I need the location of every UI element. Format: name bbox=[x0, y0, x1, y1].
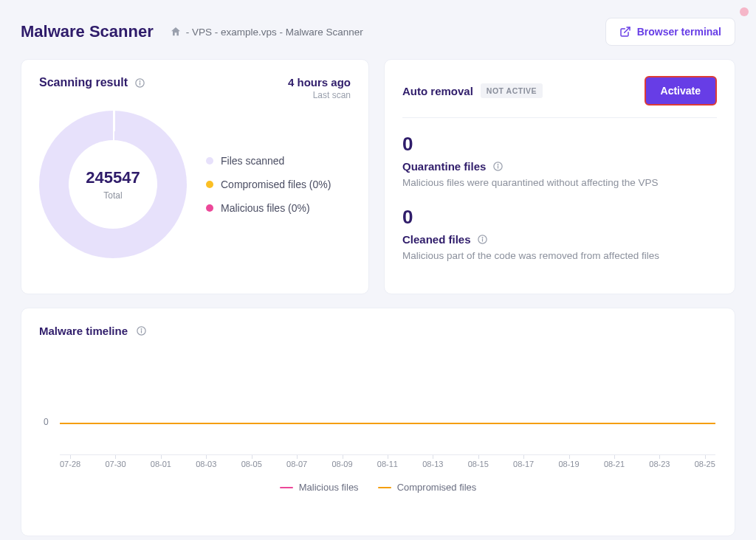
scan-total-value: 245547 bbox=[86, 168, 140, 187]
x-tick: 07-28 bbox=[60, 460, 80, 468]
x-tick: 08-23 bbox=[649, 460, 670, 468]
x-tick: 08-13 bbox=[422, 460, 443, 468]
svg-point-9 bbox=[482, 238, 483, 238]
x-tick: 08-15 bbox=[468, 460, 489, 468]
x-tick: 08-03 bbox=[196, 460, 216, 468]
scan-total-label: Total bbox=[103, 190, 122, 201]
page-header: Malware Scanner - VPS - example.vps - Ma… bbox=[0, 0, 756, 59]
x-tick: 08-09 bbox=[331, 460, 352, 468]
quarantine-block: 0 Quarantine files Malicious files were … bbox=[402, 133, 717, 188]
y-tick-0: 0 bbox=[44, 417, 49, 427]
x-tick: 08-01 bbox=[151, 460, 171, 468]
timeline-card: Malware timeline 0 07-2807-3008-0108-030… bbox=[21, 308, 735, 536]
chart-legend-compromised-label: Compromised files bbox=[397, 482, 477, 493]
timeline-title: Malware timeline bbox=[39, 325, 128, 337]
cleaned-block: 0 Cleaned files Malicious part of the co… bbox=[402, 206, 717, 261]
chart-legend: Malicious files Compromised files bbox=[39, 482, 717, 493]
quarantine-count: 0 bbox=[402, 133, 717, 156]
chart-series-line bbox=[60, 423, 715, 424]
quarantine-title: Quarantine files bbox=[402, 160, 486, 173]
breadcrumb-text: - VPS - example.vps - Malware Scanner bbox=[186, 27, 363, 38]
page-title: Malware Scanner bbox=[21, 22, 154, 41]
last-scan-ago: 4 hours ago bbox=[288, 76, 351, 89]
scan-legend: Files scanned Compromised files (0%) Mal… bbox=[206, 155, 331, 214]
status-dot-icon bbox=[740, 7, 749, 16]
activate-button[interactable]: Activate bbox=[645, 76, 717, 105]
cleaned-desc: Malicious part of the code was removed f… bbox=[402, 250, 717, 261]
chart-legend-malicious: Malicious files bbox=[280, 482, 359, 493]
info-icon[interactable] bbox=[492, 161, 504, 173]
dash-malicious-icon bbox=[280, 487, 293, 488]
browser-terminal-label: Browser terminal bbox=[637, 26, 721, 38]
legend-compromised: Compromised files (0%) bbox=[206, 179, 331, 190]
scan-donut-chart: 245547 Total bbox=[39, 111, 187, 258]
breadcrumb[interactable]: - VPS - example.vps - Malware Scanner bbox=[170, 26, 605, 38]
last-scan-label: Last scan bbox=[288, 90, 351, 100]
legend-malicious-label: Malicious files (0%) bbox=[221, 202, 310, 214]
dot-scanned-icon bbox=[206, 157, 213, 165]
svg-point-3 bbox=[140, 80, 140, 81]
auto-removal-card: Auto removal NOT ACTIVE Activate 0 Quara… bbox=[384, 59, 735, 294]
home-icon bbox=[170, 26, 182, 38]
x-tick: 08-17 bbox=[513, 460, 534, 468]
browser-terminal-button[interactable]: Browser terminal bbox=[605, 18, 735, 46]
x-tick: 08-25 bbox=[695, 460, 715, 468]
dot-malicious-icon bbox=[206, 204, 213, 212]
quarantine-desc: Malicious files were quarantined without… bbox=[402, 177, 717, 188]
x-tick: 08-19 bbox=[558, 460, 579, 468]
dot-compromised-icon bbox=[206, 181, 213, 188]
x-tick: 08-21 bbox=[604, 460, 625, 468]
svg-line-0 bbox=[624, 27, 629, 32]
info-icon[interactable] bbox=[135, 325, 147, 337]
auto-removal-title: Auto removal bbox=[402, 85, 473, 97]
external-link-icon bbox=[619, 26, 631, 38]
cleaned-count: 0 bbox=[402, 206, 717, 229]
x-tick: 08-05 bbox=[241, 460, 262, 468]
info-icon[interactable] bbox=[134, 77, 145, 89]
x-axis: 07-2807-3008-0108-0308-0508-0708-0908-11… bbox=[60, 454, 715, 468]
svg-point-12 bbox=[141, 329, 142, 330]
legend-malicious: Malicious files (0%) bbox=[206, 202, 331, 214]
dash-compromised-icon bbox=[378, 487, 391, 488]
x-tick: 07-30 bbox=[105, 460, 126, 468]
chart-legend-malicious-label: Malicious files bbox=[299, 482, 359, 493]
cleaned-title: Cleaned files bbox=[402, 233, 471, 246]
status-badge: NOT ACTIVE bbox=[481, 83, 543, 98]
info-icon[interactable] bbox=[477, 234, 489, 246]
chart-legend-compromised: Compromised files bbox=[378, 482, 477, 493]
legend-compromised-label: Compromised files (0%) bbox=[221, 179, 331, 190]
svg-point-6 bbox=[498, 165, 498, 165]
timeline-chart: 0 07-2807-3008-0108-0308-0508-0708-0908-… bbox=[39, 380, 717, 468]
x-tick: 08-07 bbox=[286, 460, 307, 468]
legend-scanned-label: Files scanned bbox=[221, 155, 284, 167]
scanning-result-title: Scanning result bbox=[39, 76, 128, 89]
scanning-result-card: Scanning result 4 hours ago Last scan 24… bbox=[21, 59, 369, 294]
x-tick: 08-11 bbox=[377, 460, 398, 468]
last-scan-time: 4 hours ago Last scan bbox=[288, 76, 351, 100]
legend-scanned: Files scanned bbox=[206, 155, 331, 167]
